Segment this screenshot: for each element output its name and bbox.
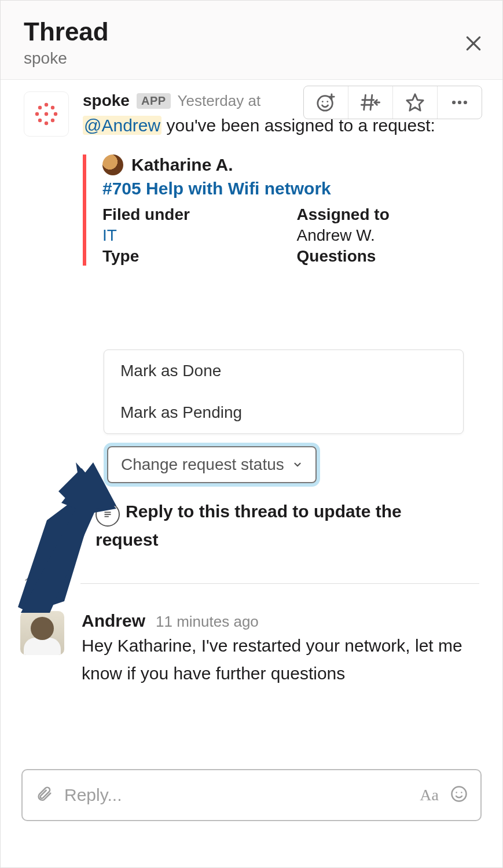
message-timestamp[interactable]: Yesterday at — [178, 92, 261, 110]
replies-count: 1 reply — [24, 575, 69, 593]
emoji-plus-icon — [316, 93, 336, 112]
app-badge: APP — [137, 93, 171, 109]
thread-panel: Thread spoke spoke — [0, 0, 503, 868]
svg-point-13 — [326, 101, 328, 103]
svg-point-22 — [458, 101, 461, 104]
reply-content: Andrew 11 minutes ago Hey Katharine, I'v… — [82, 611, 464, 687]
svg-point-21 — [452, 101, 456, 104]
svg-point-3 — [45, 122, 48, 125]
svg-line-16 — [364, 95, 366, 111]
mention-andrew[interactable]: @Andrew — [83, 116, 161, 135]
message-actions — [303, 86, 482, 119]
filed-under-value[interactable]: IT — [102, 226, 285, 245]
close-icon — [464, 34, 483, 53]
change-status-label: Change request status — [121, 455, 284, 474]
reply-body: Hey Katharine, I've restarted your netwo… — [82, 632, 464, 687]
assigned-to-value: Andrew W. — [297, 226, 480, 245]
emoji-button[interactable] — [450, 785, 468, 805]
reply-timestamp[interactable]: 11 minutes ago — [156, 613, 259, 631]
status-option-done[interactable]: Mark as Done — [104, 350, 463, 392]
reply-sender-line: Andrew 11 minutes ago — [82, 611, 464, 631]
attachment-fields: Filed under Assigned to IT Andrew W. Typ… — [102, 205, 479, 266]
type-label: Type — [102, 247, 285, 266]
format-button[interactable]: Aa — [420, 786, 439, 804]
svg-point-4 — [35, 112, 39, 116]
reply-hint-text: Reply to this thread to update the reque… — [96, 502, 402, 549]
svg-point-2 — [45, 103, 48, 106]
replies-separator: 1 reply — [24, 575, 479, 593]
chevron-down-icon — [292, 459, 303, 470]
reply-hint: Reply to this thread to update the reque… — [96, 498, 466, 553]
svg-point-27 — [452, 787, 467, 801]
message-spoke: spoke APP Yesterday at @Andrew you've be… — [24, 91, 479, 266]
star-button[interactable] — [393, 86, 438, 119]
svg-point-5 — [54, 112, 57, 116]
smile-icon — [450, 785, 468, 803]
spoke-avatar[interactable] — [24, 91, 69, 137]
ellipsis-icon — [450, 93, 469, 112]
assigned-to-label: Assigned to — [297, 205, 480, 224]
svg-point-7 — [51, 106, 54, 109]
channel-share-icon — [361, 93, 380, 112]
svg-point-11 — [318, 96, 333, 111]
sender-name[interactable]: spoke — [83, 91, 130, 110]
ticket-link[interactable]: #705 Help with Wifi network — [102, 179, 479, 198]
paperclip-icon — [35, 785, 53, 803]
reply-icon — [96, 502, 120, 527]
status-option-pending[interactable]: Mark as Pending — [104, 392, 463, 433]
close-button[interactable] — [464, 33, 483, 56]
status-dropdown-menu: Mark as Done Mark as Pending — [104, 350, 464, 434]
svg-marker-20 — [407, 94, 423, 111]
svg-point-9 — [51, 119, 54, 122]
svg-point-23 — [464, 101, 467, 104]
andrew-avatar[interactable] — [20, 611, 64, 655]
request-attachment: Katharine A. #705 Help with Wifi network… — [83, 155, 479, 266]
change-status-button[interactable]: Change request status — [107, 446, 317, 483]
reply-sender-name[interactable]: Andrew — [82, 611, 145, 631]
attachment-header: Katharine A. — [102, 155, 479, 175]
svg-line-17 — [370, 95, 372, 111]
share-button[interactable] — [348, 86, 393, 119]
reply-composer[interactable]: Reply... Aa — [21, 769, 482, 821]
more-actions-button[interactable] — [438, 86, 482, 119]
svg-point-29 — [461, 792, 462, 793]
status-button-highlight: Change request status — [104, 443, 320, 487]
composer-placeholder: Reply... — [64, 785, 408, 805]
separator-line — [80, 583, 479, 584]
spoke-logo-icon — [32, 100, 61, 128]
attach-button[interactable] — [35, 785, 53, 805]
questions-label: Questions — [297, 247, 480, 266]
thread-title: Thread — [24, 18, 479, 46]
thread-body: spoke APP Yesterday at @Andrew you've be… — [1, 80, 502, 266]
requester-avatar[interactable] — [102, 155, 123, 175]
thread-channel[interactable]: spoke — [24, 49, 479, 68]
svg-point-12 — [322, 101, 324, 103]
filed-under-label: Filed under — [102, 205, 285, 224]
thread-header: Thread spoke — [1, 1, 502, 80]
svg-point-6 — [38, 106, 42, 109]
star-icon — [405, 93, 425, 112]
requester-name[interactable]: Katharine A. — [131, 155, 233, 175]
add-reaction-button[interactable] — [304, 86, 348, 119]
svg-point-28 — [456, 792, 457, 793]
svg-point-10 — [45, 112, 48, 116]
svg-point-8 — [38, 119, 42, 122]
message-andrew: Andrew 11 minutes ago Hey Katharine, I'v… — [20, 611, 479, 687]
